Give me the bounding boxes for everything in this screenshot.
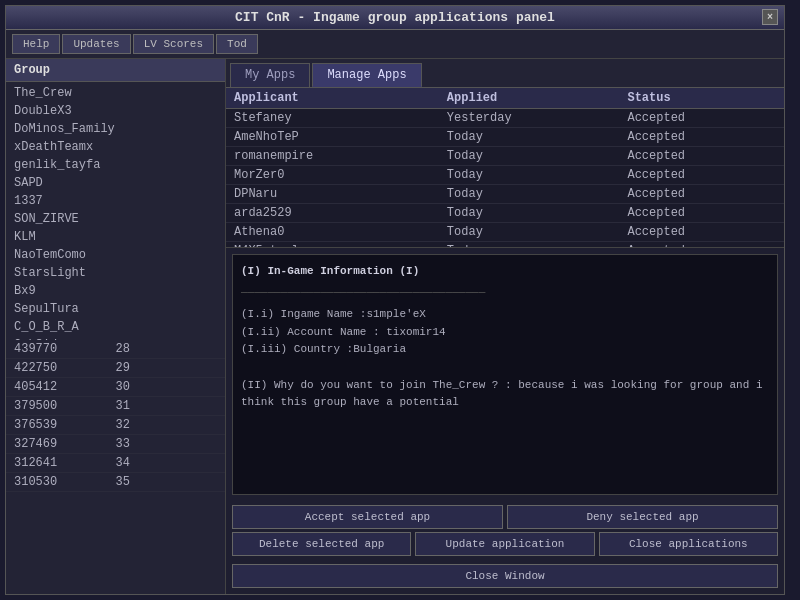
tabs-bar: My Apps Manage Apps bbox=[226, 59, 784, 88]
cell-applied: Today bbox=[439, 242, 620, 249]
info-line: (I.ii) Account Name : tixomir14 bbox=[241, 324, 769, 342]
sidebar-item[interactable]: C_O_B_R_A bbox=[6, 318, 225, 336]
cell-applied: Yesterday bbox=[439, 109, 620, 128]
sidebar-item[interactable]: DoMinos_Family bbox=[6, 120, 225, 138]
table-row[interactable]: DPNaruTodayAccepted bbox=[226, 185, 784, 204]
cell-status: Accepted bbox=[619, 128, 784, 147]
deny-app-button[interactable]: Deny selected app bbox=[507, 505, 778, 529]
title-bar: CIT CnR - Ingame group applications pane… bbox=[6, 6, 784, 30]
tod-button[interactable]: Tod bbox=[216, 34, 258, 54]
cell-status: Accepted bbox=[619, 185, 784, 204]
cell-applicant: Athena0 bbox=[226, 223, 439, 242]
list-item: 37950031 bbox=[6, 397, 225, 416]
cell-status: Accepted bbox=[619, 147, 784, 166]
list-item: 42275029 bbox=[6, 359, 225, 378]
sidebar-item[interactable]: genlik_tayfa bbox=[6, 156, 225, 174]
window-title: CIT CnR - Ingame group applications pane… bbox=[235, 10, 555, 25]
sidebar-item[interactable]: NaoTemComo bbox=[6, 246, 225, 264]
cell-status: Accepted bbox=[619, 242, 784, 249]
cell-applied: Today bbox=[439, 128, 620, 147]
sidebar-item[interactable]: StarsLight bbox=[6, 264, 225, 282]
cell-applied: Today bbox=[439, 204, 620, 223]
close-window-button[interactable]: Close Window bbox=[232, 564, 778, 588]
cell-applied: Today bbox=[439, 185, 620, 204]
info-line: (I.i) Ingame Name :s1mple'eX bbox=[241, 306, 769, 324]
lv-scores-button[interactable]: LV Scores bbox=[133, 34, 214, 54]
col-applied: Applied bbox=[439, 88, 620, 109]
table-row[interactable]: romanempireTodayAccepted bbox=[226, 147, 784, 166]
cell-applicant: DPNaru bbox=[226, 185, 439, 204]
list-item: 37653932 bbox=[6, 416, 225, 435]
delete-app-button[interactable]: Delete selected app bbox=[232, 532, 411, 556]
info-section1-header: (I) In-Game Information (I) bbox=[241, 263, 769, 281]
table-row[interactable]: MorZer0TodayAccepted bbox=[226, 166, 784, 185]
cell-status: Accepted bbox=[619, 223, 784, 242]
list-item: 31053035 bbox=[6, 473, 225, 492]
sidebar-item[interactable]: SepulTura bbox=[6, 300, 225, 318]
toolbar: Help Updates LV Scores Tod bbox=[6, 30, 784, 59]
cell-applied: Today bbox=[439, 166, 620, 185]
sidebar-item[interactable]: SAPD bbox=[6, 174, 225, 192]
info-separator: ───────────────────────────────────── bbox=[241, 285, 769, 303]
sidebar-item[interactable]: The_Crew bbox=[6, 84, 225, 102]
info-section2: (II) Why do you want to join The_Crew ? … bbox=[241, 377, 769, 412]
table-row[interactable]: M4X5steelTodayAccepted bbox=[226, 242, 784, 249]
cell-applicant: MorZer0 bbox=[226, 166, 439, 185]
close-apps-button[interactable]: Close applications bbox=[599, 532, 778, 556]
cell-applicant: AmeNhoTeP bbox=[226, 128, 439, 147]
action-buttons: Accept selected app Deny selected app De… bbox=[226, 501, 784, 560]
window-close-button[interactable]: × bbox=[762, 9, 778, 25]
sidebar-item[interactable]: xDeathTeamx bbox=[6, 138, 225, 156]
help-button[interactable]: Help bbox=[12, 34, 60, 54]
list-item: 40541230 bbox=[6, 378, 225, 397]
applications-table: Applicant Applied Status StefaneyYesterd… bbox=[226, 88, 784, 248]
action-buttons-row2: Delete selected app Update application C… bbox=[232, 532, 778, 556]
table-row[interactable]: Athena0TodayAccepted bbox=[226, 223, 784, 242]
list-item: 43977028 bbox=[6, 340, 225, 359]
list-item: 31264134 bbox=[6, 454, 225, 473]
bottom-score-list: 4397702842275029405412303795003137653932… bbox=[6, 340, 225, 594]
cell-applicant: arda2529 bbox=[226, 204, 439, 223]
applications-table-container: Applicant Applied Status StefaneyYesterd… bbox=[226, 88, 784, 248]
sidebar-item[interactable]: SON_ZIRVE bbox=[6, 210, 225, 228]
updates-button[interactable]: Updates bbox=[62, 34, 130, 54]
info-line: (I.iii) Country :Bulgaria bbox=[241, 341, 769, 359]
cell-status: Accepted bbox=[619, 166, 784, 185]
sidebar-item[interactable]: Bx9 bbox=[6, 282, 225, 300]
action-buttons-row1: Accept selected app Deny selected app bbox=[232, 505, 778, 529]
table-row[interactable]: arda2529TodayAccepted bbox=[226, 204, 784, 223]
table-row[interactable]: AmeNhoTePTodayAccepted bbox=[226, 128, 784, 147]
cell-status: Accepted bbox=[619, 204, 784, 223]
update-app-button[interactable]: Update application bbox=[415, 532, 594, 556]
sidebar-item[interactable]: DoubleX3 bbox=[6, 102, 225, 120]
manage-apps-tab[interactable]: Manage Apps bbox=[312, 63, 421, 87]
content-area: Group The_CrewDoubleX3DoMinos_FamilyxDea… bbox=[6, 59, 784, 594]
cell-applicant: M4X5steel bbox=[226, 242, 439, 249]
cell-applied: Today bbox=[439, 147, 620, 166]
col-applicant: Applicant bbox=[226, 88, 439, 109]
accept-app-button[interactable]: Accept selected app bbox=[232, 505, 503, 529]
list-item: 32746933 bbox=[6, 435, 225, 454]
my-apps-tab[interactable]: My Apps bbox=[230, 63, 310, 87]
sidebar: Group The_CrewDoubleX3DoMinos_FamilyxDea… bbox=[6, 59, 226, 594]
cell-applicant: romanempire bbox=[226, 147, 439, 166]
sidebar-header: Group bbox=[6, 59, 225, 82]
sidebar-item[interactable]: 1337 bbox=[6, 192, 225, 210]
right-panel: My Apps Manage Apps Applicant Applied St… bbox=[226, 59, 784, 594]
cell-status: Accepted bbox=[619, 109, 784, 128]
sidebar-item[interactable]: KLM bbox=[6, 228, 225, 246]
cell-applicant: Stefaney bbox=[226, 109, 439, 128]
info-box: (I) In-Game Information (I) ────────────… bbox=[232, 254, 778, 495]
col-status: Status bbox=[619, 88, 784, 109]
table-row[interactable]: StefaneyYesterdayAccepted bbox=[226, 109, 784, 128]
sidebar-list: The_CrewDoubleX3DoMinos_FamilyxDeathTeam… bbox=[6, 82, 225, 340]
main-window: CIT CnR - Ingame group applications pane… bbox=[5, 5, 785, 595]
cell-applied: Today bbox=[439, 223, 620, 242]
